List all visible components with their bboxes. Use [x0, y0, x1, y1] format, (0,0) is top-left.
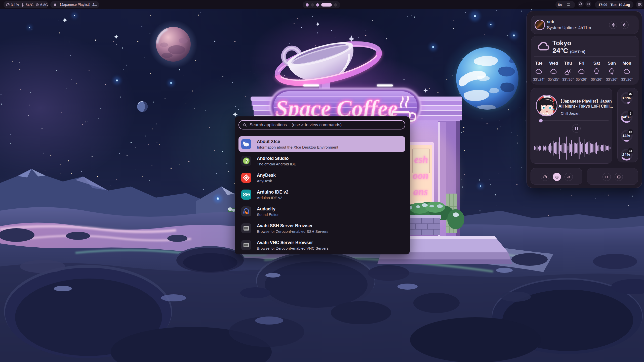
svg-text:oon: oon [413, 170, 428, 181]
svg-text:24%: 24% [622, 152, 630, 157]
svg-text:3.1%: 3.1% [622, 96, 631, 100]
svg-text:14%: 14% [622, 133, 630, 138]
svg-text:esh: esh [414, 154, 428, 165]
svg-text:ans: ans [413, 186, 428, 197]
svg-text:54°C: 54°C [622, 115, 631, 119]
